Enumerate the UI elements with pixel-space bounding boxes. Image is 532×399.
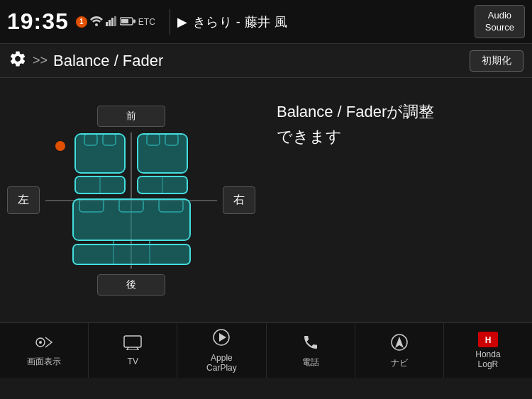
status-icons: 1 ETC (76, 16, 155, 28)
seats-center (45, 133, 217, 269)
svg-rect-35 (124, 336, 141, 347)
phone-icon (302, 334, 319, 355)
main-content: 前 左 (0, 78, 532, 322)
svg-marker-40 (219, 333, 226, 342)
seat-panel: 前 左 (0, 78, 262, 322)
wifi-icon (90, 16, 103, 28)
etc-label: ETC (138, 17, 155, 27)
audio-source-button[interactable]: AudioSource (475, 5, 525, 39)
tv-icon (123, 335, 143, 354)
left-button[interactable]: 左 (7, 186, 40, 214)
front-seats (72, 133, 191, 196)
nav-item-carplay[interactable]: AppleCarPlay (177, 323, 266, 378)
svg-rect-4 (114, 16, 116, 26)
front-left-seat (72, 133, 128, 196)
front-right-seat (134, 133, 191, 196)
play-icon: ▶ (177, 14, 187, 30)
carplay-icon (212, 328, 231, 351)
display-icon (35, 335, 53, 354)
nav-label-display: 画面表示 (27, 356, 61, 366)
nav-item-navi[interactable]: ナビ (355, 323, 444, 378)
nav-item-honda[interactable]: H HondaLogR (444, 323, 532, 378)
rear-seat (70, 198, 194, 269)
clock: 19:35 (7, 9, 69, 35)
rear-button[interactable]: 後 (97, 274, 165, 296)
navi-icon (390, 333, 409, 356)
rear-seats (70, 198, 194, 269)
nav-label-honda: HondaLogR (475, 349, 500, 370)
svg-marker-42 (395, 337, 404, 348)
nav-item-tv[interactable]: TV (89, 323, 177, 378)
svg-point-0 (95, 23, 98, 26)
reset-button[interactable]: 初期化 (470, 50, 523, 72)
song-title: きらり - 藤井 風 (193, 13, 288, 30)
breadcrumb-title: Balance / Fader (53, 52, 470, 70)
svg-rect-2 (109, 20, 111, 26)
svg-rect-16 (76, 177, 124, 193)
divider (170, 9, 170, 35)
svg-rect-15 (76, 135, 124, 172)
front-button[interactable]: 前 (97, 106, 165, 127)
right-button[interactable]: 右 (223, 186, 255, 214)
nav-label-phone: 電話 (302, 357, 319, 367)
settings-icon (9, 50, 27, 72)
svg-rect-7 (121, 19, 128, 23)
svg-rect-3 (111, 18, 113, 26)
nav-label-tv: TV (128, 356, 138, 366)
now-playing: ▶ きらり - 藤井 風 (177, 13, 475, 30)
breadcrumb-arrows: >> (33, 53, 48, 68)
seat-row: 左 (7, 133, 255, 269)
svg-rect-22 (138, 135, 187, 172)
nav-item-display[interactable]: 画面表示 (0, 323, 89, 378)
honda-logo-icon: H (478, 332, 498, 347)
nav-label-navi: ナビ (391, 358, 408, 368)
svg-point-34 (39, 341, 42, 344)
status-bar: 19:35 1 ETC (0, 0, 532, 44)
svg-text:H: H (485, 335, 492, 345)
svg-rect-6 (133, 19, 135, 23)
breadcrumb-bar: >> Balance / Fader 初期化 (0, 44, 532, 78)
indicator-dot (55, 141, 65, 151)
desc-panel: Balance / Faderが調整できます (262, 78, 532, 322)
svg-rect-1 (106, 22, 108, 26)
nav-label-carplay: AppleCarPlay (206, 353, 237, 373)
svg-rect-32 (74, 245, 189, 264)
svg-rect-31 (74, 200, 189, 240)
battery-icon (120, 17, 135, 27)
nav-bar: 画面表示 TV AppleCarPlay 電話 (0, 322, 532, 378)
desc-text: Balance / Faderが調整できます (277, 99, 518, 149)
signal-icon (106, 16, 117, 28)
alert-badge: 1 (76, 16, 87, 28)
svg-rect-23 (138, 177, 187, 193)
nav-item-phone[interactable]: 電話 (267, 323, 355, 378)
